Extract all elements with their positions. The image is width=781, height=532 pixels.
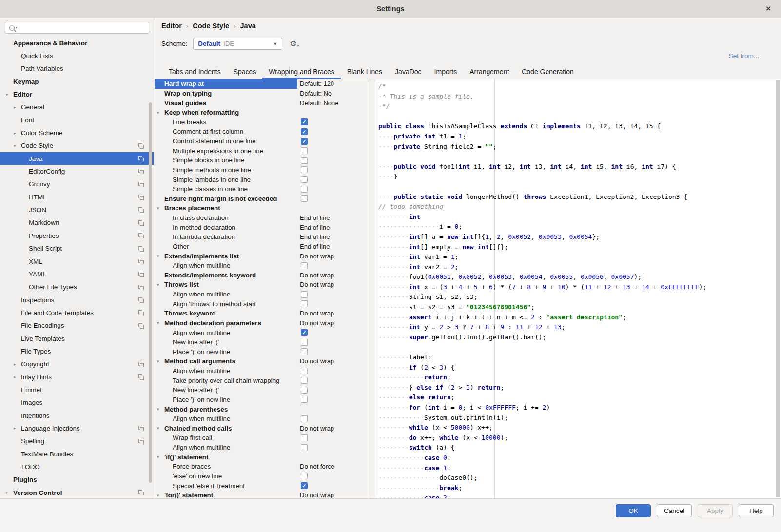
sidebar-item-plugins[interactable]: Plugins: [0, 473, 154, 486]
sidebar-item-appearance-behavior[interactable]: Appearance & Behavior: [0, 37, 154, 49]
sidebar-item-version-control[interactable]: ▸Version Control: [0, 486, 154, 498]
option-row-in-lambda-declaration[interactable]: In lambda declarationEnd of line: [155, 232, 369, 242]
sidebar-item-editor[interactable]: ▾Editor: [0, 88, 154, 100]
checkbox-simple-classes-in-one-line[interactable]: [301, 186, 308, 193]
chevron-down-icon[interactable]: ▾: [157, 359, 164, 364]
option-row-special-else-if-treatment[interactable]: Special 'else if' treatment✓: [155, 481, 369, 491]
sidebar-item-keymap[interactable]: Keymap: [0, 75, 154, 88]
sidebar-item-color-scheme[interactable]: ▸Color Scheme: [0, 126, 154, 139]
option-row-align-throws-to-method-start[interactable]: Align 'throws' to method start: [155, 299, 369, 309]
sidebar-item-groovy[interactable]: Groovy: [0, 178, 154, 191]
chevron-down-icon[interactable]: ▾: [157, 110, 164, 115]
chevron-down-icon[interactable]: ▾: [157, 493, 164, 498]
chevron-down-icon[interactable]: ▾: [157, 407, 164, 412]
tab-javadoc[interactable]: JavaDoc: [389, 65, 428, 79]
sidebar-item-properties[interactable]: Properties: [0, 229, 154, 242]
option-row-wrap-first-call[interactable]: Wrap first call: [155, 433, 369, 443]
option-value[interactable]: Default: No: [300, 90, 332, 97]
checkbox-align-throws-to-method-start[interactable]: [301, 300, 308, 307]
sidebar-item-intentions[interactable]: Intentions: [0, 409, 154, 422]
sidebar-item-todo[interactable]: TODO: [0, 460, 154, 473]
checkbox-simple-lambdas-in-one-line[interactable]: [301, 176, 308, 183]
tab-imports[interactable]: Imports: [428, 65, 464, 79]
scheme-select[interactable]: Default IDE ▼: [193, 38, 282, 50]
tab-spaces[interactable]: Spaces: [227, 65, 263, 79]
option-row-throws-keyword[interactable]: Throws keywordDo not wrap: [155, 309, 369, 318]
option-row-multiple-expressions-in-one-line[interactable]: Multiple expressions in one line: [155, 146, 369, 156]
checkbox-simple-methods-in-one-line[interactable]: [301, 166, 308, 173]
option-value[interactable]: End of line: [300, 224, 330, 231]
tab-arrangement[interactable]: Arrangement: [463, 65, 515, 79]
option-value[interactable]: End of line: [300, 233, 330, 240]
option-row-new-line-after[interactable]: New line after '(': [155, 385, 369, 395]
checkbox-align-when-multiline[interactable]: [301, 291, 308, 298]
option-row-throws-list[interactable]: ▾Throws listDo not wrap: [155, 280, 369, 290]
option-row-align-when-multiline[interactable]: Align when multiline: [155, 366, 369, 376]
checkbox-multiple-expressions-in-one-line[interactable]: [301, 147, 308, 154]
chevron-down-icon[interactable]: ▾: [157, 320, 164, 325]
option-row-simple-blocks-in-one-line[interactable]: Simple blocks in one line: [155, 156, 369, 165]
checkbox-new-line-after[interactable]: [301, 387, 308, 394]
option-value[interactable]: Do not wrap: [300, 425, 334, 432]
option-row-place-on-new-line[interactable]: Place ')' on new line: [155, 347, 369, 357]
option-row-align-when-multiline[interactable]: Align when multiline: [155, 261, 369, 271]
option-row-simple-classes-in-one-line[interactable]: Simple classes in one line: [155, 184, 369, 194]
option-row-simple-methods-in-one-line[interactable]: Simple methods in one line: [155, 165, 369, 175]
option-row-else-on-new-line[interactable]: 'else' on new line: [155, 472, 369, 481]
sidebar-item-file-and-code-templates[interactable]: File and Code Templates: [0, 306, 154, 319]
option-value[interactable]: Do not wrap: [300, 310, 334, 317]
option-row-take-priority-over-call-chain-wrapping[interactable]: Take priority over call chain wrapping: [155, 375, 369, 385]
sidebar-item-general[interactable]: ▸General: [0, 101, 154, 114]
option-row-simple-lambdas-in-one-line[interactable]: Simple lambdas in one line: [155, 175, 369, 184]
sidebar-item-json[interactable]: JSON: [0, 203, 154, 216]
chevron-right-icon[interactable]: ▸: [6, 490, 13, 495]
sidebar-item-spelling[interactable]: Spelling: [0, 435, 154, 448]
option-value[interactable]: Do not wrap: [300, 319, 334, 327]
tab-tabs-and-indents[interactable]: Tabs and Indents: [162, 65, 227, 79]
option-row-in-method-declaration[interactable]: In method declarationEnd of line: [155, 222, 369, 232]
sidebar-item-language-injections[interactable]: ▸Language Injections: [0, 422, 154, 434]
search-box[interactable]: ▾: [5, 22, 149, 34]
option-row-line-breaks[interactable]: Line breaks✓: [155, 118, 369, 127]
chevron-down-icon[interactable]: ▾: [157, 206, 164, 211]
chevron-down-icon[interactable]: ▾: [157, 426, 164, 431]
option-row-in-class-declaration[interactable]: In class declarationEnd of line: [155, 213, 369, 223]
option-row-other[interactable]: OtherEnd of line: [155, 242, 369, 252]
ok-button[interactable]: OK: [616, 504, 651, 517]
sidebar-item-font[interactable]: Font: [0, 114, 154, 126]
option-value[interactable]: Do not force: [300, 463, 334, 470]
option-value[interactable]: Do not wrap: [300, 253, 334, 260]
code-scrollbar[interactable]: [776, 80, 780, 497]
chevron-right-icon[interactable]: ▸: [14, 374, 21, 379]
cancel-button[interactable]: Cancel: [657, 504, 692, 517]
sidebar-item-yaml[interactable]: YAML: [0, 268, 154, 280]
option-row-ensure-right-margin-is-not-exceeded[interactable]: Ensure right margin is not exceeded: [155, 194, 369, 204]
option-row-comment-at-first-column[interactable]: Comment at first column✓: [155, 127, 369, 137]
checkbox-align-when-multiline[interactable]: [301, 415, 308, 422]
option-row-extends-implements-list[interactable]: ▾Extends/implements listDo not wrap: [155, 251, 369, 261]
sidebar-item-html[interactable]: HTML: [0, 191, 154, 203]
option-row-align-when-multiline[interactable]: Align when multiline✓: [155, 328, 369, 337]
sidebar-item-copyright[interactable]: ▸Copyright: [0, 358, 154, 371]
option-row-place-on-new-line[interactable]: Place ')' on new line: [155, 395, 369, 405]
chevron-down-icon[interactable]: ▾: [157, 282, 164, 287]
sidebar-item-java[interactable]: Java: [0, 152, 154, 165]
sidebar-item-editorconfig[interactable]: EditorConfig: [0, 165, 154, 177]
checkbox-new-line-after[interactable]: [301, 339, 308, 346]
sidebar-item-inspections[interactable]: Inspections: [0, 294, 154, 306]
option-value[interactable]: End of line: [300, 243, 330, 250]
option-value[interactable]: End of line: [300, 214, 330, 221]
checkbox-align-when-multiline[interactable]: [301, 444, 308, 451]
option-value[interactable]: Do not wrap: [300, 357, 334, 365]
option-row-if-statement[interactable]: ▾'if()' statement: [155, 452, 369, 462]
option-row-wrap-on-typing[interactable]: Wrap on typingDefault: No: [155, 89, 369, 99]
option-row-chained-method-calls[interactable]: ▾Chained method callsDo not wrap: [155, 424, 369, 433]
option-row-new-line-after[interactable]: New line after '(': [155, 337, 369, 347]
search-input[interactable]: [18, 22, 149, 33]
option-value[interactable]: Default: 120: [300, 80, 334, 87]
option-row-method-call-arguments[interactable]: ▾Method call argumentsDo not wrap: [155, 356, 369, 366]
checkbox-align-when-multiline[interactable]: ✓: [301, 329, 308, 336]
checkbox-simple-blocks-in-one-line[interactable]: [301, 157, 308, 164]
chevron-down-icon[interactable]: ▾: [157, 454, 164, 459]
sidebar-item-shell-script[interactable]: Shell Script: [0, 242, 154, 255]
